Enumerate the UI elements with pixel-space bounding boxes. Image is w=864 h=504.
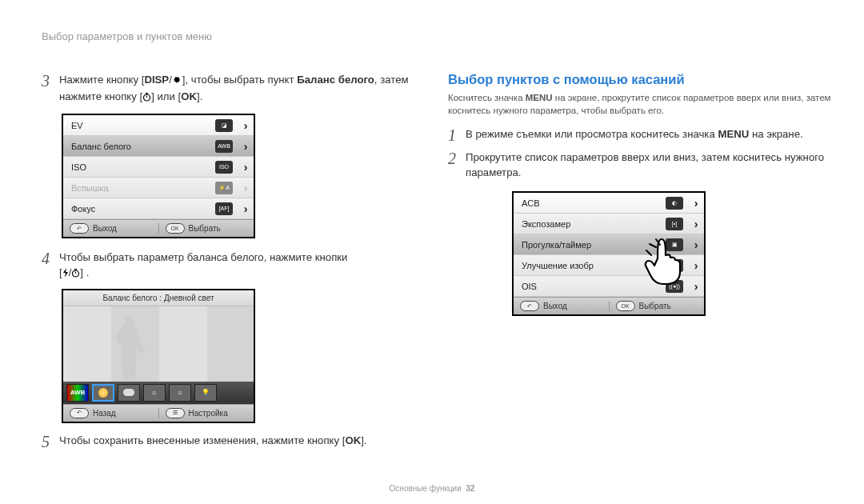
footer-exit[interactable]: ↶ Выход [63, 223, 159, 234]
svg-rect-4 [74, 269, 77, 270]
menu-label: ISO [63, 162, 215, 172]
section-title: Выбор пунктов с помощью касаний [448, 72, 832, 87]
menu-list: EV ◪ › Баланс белого AWB › ISO ISO › Всп… [63, 115, 254, 219]
menu-label: Баланс белого [63, 142, 215, 151]
menu-label: EV [63, 121, 215, 130]
menu-row-focus[interactable]: Фокус [AF] › [63, 198, 254, 219]
menu-row-acb[interactable]: ACB ◐ › [514, 193, 704, 214]
wb-thumb-fluor-l[interactable]: ☼ [169, 384, 191, 402]
flower-icon [172, 74, 182, 89]
step-5-text: Чтобы сохранить внесенные изменения, наж… [59, 433, 367, 448]
menu-label: Экспозамер [514, 219, 666, 229]
chevron-right-icon: › [688, 197, 704, 210]
step-2r-text: Прокрутите список параметров вверх или в… [466, 150, 832, 180]
chevron-right-icon: › [238, 182, 254, 194]
menu-pill-icon: ☰ [166, 408, 185, 418]
flash-icon: ⚡A [215, 182, 233, 194]
strong-text: Баланс белого [297, 74, 374, 86]
af-icon: [AF] [215, 202, 233, 215]
step-number: 1 [448, 126, 466, 144]
page-number: 32 [466, 484, 474, 493]
disp-label: DISP [144, 74, 169, 86]
chevron-right-icon: › [238, 140, 254, 153]
footer-label: Выбрать [189, 224, 221, 233]
chevron-right-icon: › [688, 218, 704, 230]
hand-pointer-icon [642, 231, 688, 286]
camera-footer: ↶ Назад ☰ Настройка [63, 404, 254, 422]
text: ]. [197, 90, 202, 102]
chevron-right-icon: › [688, 259, 704, 272]
step-4: 4 Чтобы выбрать параметр баланса белого,… [42, 250, 418, 282]
step-2r: 2 Прокрутите список параметров вверх или… [448, 150, 832, 180]
footer-back[interactable]: ↶ Назад [63, 408, 159, 418]
chevron-right-icon: › [238, 161, 254, 174]
step-3-text: Нажмите кнопку [DISP/], чтобы выбрать пу… [59, 72, 418, 106]
ev-icon: ◪ [215, 119, 233, 132]
menu-label: Вспышка [63, 183, 215, 193]
section-subtext: Коснитесь значка MENU на экране, прокрут… [448, 91, 832, 117]
wb-title: Баланс белого : Дневной свет [63, 290, 254, 306]
svg-rect-1 [146, 93, 148, 94]
footer-label: Выбрать [639, 302, 671, 310]
menu-row-iso[interactable]: ISO ISO › [63, 157, 254, 178]
footer-select[interactable]: OK Выбрать [610, 301, 705, 311]
camera-footer: ↶ Выход OK Выбрать [63, 219, 254, 237]
ok-label: OK [345, 434, 361, 446]
chevron-right-icon: › [688, 280, 704, 293]
step-number: 4 [42, 250, 59, 267]
wb-thumb-fluor-h[interactable]: ☼ [143, 384, 166, 402]
chevron-right-icon: › [238, 119, 254, 132]
text: В режиме съемки или просмотра коснитесь … [466, 128, 718, 140]
step-4-text: Чтобы выбрать параметр баланса белого, н… [59, 250, 347, 282]
meter-icon: [•] [666, 218, 683, 230]
camera-menu-screen: EV ◪ › Баланс белого AWB › ISO ISO › Всп… [62, 114, 255, 238]
footer-set[interactable]: ☰ Настройка [159, 408, 254, 418]
ok-pill: OK [166, 223, 185, 234]
text: Чтобы сохранить внесенные изменения, наж… [59, 434, 345, 446]
iso-icon: ISO [215, 161, 233, 174]
camera-wb-screen: Баланс белого : Дневной свет AWB ☼ ☼ 💡 ↶… [62, 289, 255, 423]
page-footer: Основные функции 32 [0, 484, 864, 493]
text: ], чтобы выбрать пункт [182, 74, 297, 86]
step-1r-text: В режиме съемки или просмотра коснитесь … [466, 126, 803, 142]
acb-icon: ◐ [666, 197, 683, 210]
text: Нажмите кнопку [ [59, 74, 144, 86]
timer-icon [71, 266, 80, 282]
text: ] или [ [151, 90, 181, 102]
text: на экране. [749, 128, 802, 140]
back-pill-icon: ↶ [70, 408, 89, 418]
menu-label: MENU [718, 128, 749, 140]
wb-thumb-tungsten[interactable]: 💡 [194, 384, 217, 402]
text: ] . [80, 266, 89, 278]
text: ]. [361, 434, 366, 446]
wb-preview [63, 306, 254, 382]
step-number: 5 [42, 433, 59, 450]
camera-footer: ↶ Выход OK Выбрать [514, 297, 704, 314]
step-number: 2 [448, 150, 466, 167]
footer-exit[interactable]: ↶ Выход [514, 301, 610, 311]
menu-label: MENU [526, 93, 553, 102]
wb-thumb-awb[interactable]: AWB [66, 384, 89, 402]
ok-label: OK [181, 90, 197, 102]
text: Коснитесь значка [448, 93, 526, 102]
step-5: 5 Чтобы сохранить внесенные изменения, н… [42, 433, 418, 450]
wb-thumb-cloudy[interactable] [118, 384, 140, 402]
back-pill-icon: ↶ [520, 301, 539, 311]
footer-label: Настройка [189, 409, 228, 418]
step-3: 3 Нажмите кнопку [DISP/], чтобы выбрать … [42, 72, 418, 106]
menu-label: ACB [514, 198, 666, 208]
awb-icon: AWB [215, 140, 233, 153]
text: Чтобы выбрать параметр баланса белого, н… [59, 251, 347, 263]
menu-row-ev[interactable]: EV ◪ › [63, 115, 254, 136]
menu-label: Фокус [63, 204, 215, 214]
menu-row-wb[interactable]: Баланс белого AWB › [63, 136, 254, 157]
chevron-right-icon: › [688, 238, 704, 251]
footer-label: Выход [543, 302, 567, 310]
column-right: Выбор пунктов с помощью касаний Коснитес… [448, 72, 832, 316]
timer-icon [142, 90, 151, 106]
wb-thumb-daylight[interactable] [92, 384, 114, 402]
person-silhouette [113, 316, 145, 380]
flash-icon [62, 266, 69, 282]
column-left: 3 Нажмите кнопку [DISP/], чтобы выбрать … [42, 72, 418, 456]
footer-select[interactable]: OK Выбрать [159, 223, 254, 234]
